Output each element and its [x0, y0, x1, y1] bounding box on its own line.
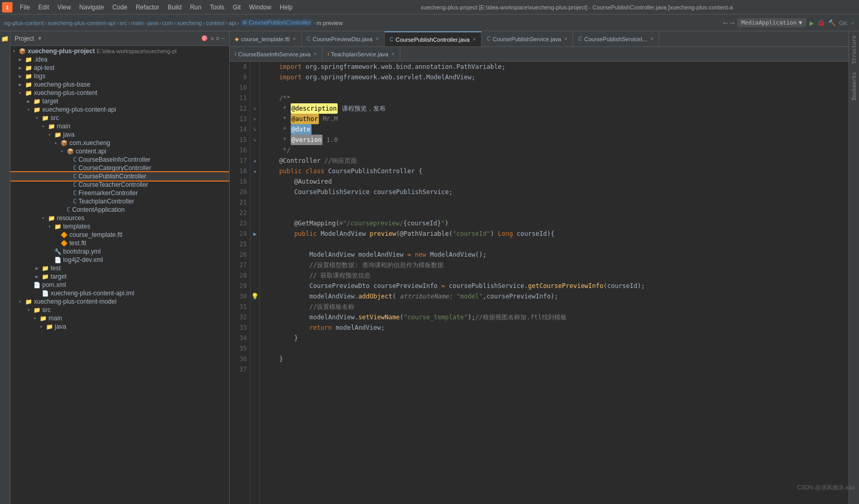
tree-item-target[interactable]: ▶ 📁 target — [10, 97, 229, 105]
menu-edit[interactable]: Edit — [34, 0, 53, 14]
tree-item-course-template-ftl[interactable]: ▶ 🔶 course_template.ftl — [10, 231, 229, 239]
gutter-10 — [250, 82, 259, 93]
vcs-icon[interactable]: ⟵ — [723, 19, 727, 27]
window-title: xuecheng-plus-project [E:\idea-workspace… — [421, 4, 733, 10]
tree-item-pom-xml[interactable]: ▶ 📄 pom.xml — [10, 281, 229, 289]
menu-window[interactable]: Window — [245, 0, 276, 14]
tree-item-content-api-package[interactable]: ▾ 📦 content.api — [10, 147, 229, 155]
tree-item-TeachplanController[interactable]: ▶ C TeachplanController — [10, 197, 229, 206]
code-line-14: * @date — [264, 124, 844, 135]
tab-CoursePublishService[interactable]: C CoursePublishService.java × — [482, 31, 574, 46]
code-content[interactable]: import org.springframework.web.bind.anno… — [260, 62, 849, 504]
tree-item-java[interactable]: ▾ 📁 java — [10, 130, 229, 139]
code-line-25 — [264, 239, 844, 249]
tree-item-idea[interactable]: ▶ 📁 .idea — [10, 55, 229, 64]
tree-item-bootstrap-yml[interactable]: ▶ 🔧 bootstrap.yml — [10, 247, 229, 256]
tab-CoursePreviewDto[interactable]: C CoursePreviewDto.java × — [302, 31, 385, 46]
menu-git[interactable]: Git — [229, 0, 245, 14]
tab-close-servicei[interactable]: × — [650, 36, 653, 42]
code-gutter: ↳ ↳ ↳ ↳ ✦ ✦ ▶ 💡 — [250, 62, 260, 504]
menu-file[interactable]: File — [16, 0, 34, 14]
side-icon-strip: 📁 — [0, 31, 10, 504]
project-icon[interactable]: 📁 — [2, 35, 9, 43]
run-button[interactable]: ▶ — [809, 19, 814, 27]
tab-close-teachplan[interactable]: × — [391, 51, 395, 57]
tree-item-logs[interactable]: ▶ 📁 logs — [10, 72, 229, 80]
tree-item-resources[interactable]: ▾ 📁 resources — [10, 214, 229, 222]
tab-close-baseinfo[interactable]: × — [314, 51, 317, 57]
tree-item-src[interactable]: ▾ 📁 src — [10, 114, 229, 122]
tree-item-templates[interactable]: ▾ 📁 templates — [10, 222, 229, 231]
tree-item-CoursePublishController[interactable]: ▶ C CoursePublishController — [10, 172, 229, 181]
tree-item-package[interactable]: ▾ 📦 com.xuecheng — [10, 139, 229, 147]
structure-label[interactable]: Structure — [850, 33, 858, 66]
tab-label: CoursePublishController.java — [396, 37, 470, 43]
menu-bar: I File Edit View Navigate Code Refactor … — [0, 0, 859, 15]
tree-item-iml[interactable]: ▶ 📄 xuecheng-plus-content-api.iml — [10, 289, 229, 297]
tree-item-target2[interactable]: ▶ 📁 target — [10, 272, 229, 281]
tree-item-model-src[interactable]: ▾ 📁 src — [10, 306, 229, 314]
tree-item-model-java[interactable]: ▾ 📁 java — [10, 322, 229, 331]
panel-dropdown[interactable]: ▼ — [38, 35, 41, 41]
tree-item-CourseTeacherController[interactable]: ▶ C CourseTeacherController — [10, 181, 229, 189]
tree-item-CourseBaseInfoController[interactable]: ▶ C CourseBaseInfoController — [10, 155, 229, 164]
tree-item-root[interactable]: ▾ 📦 xuecheng-plus-project E:\idea-worksp… — [10, 47, 229, 55]
tree-item-api-test[interactable]: ▶ 📁 api-test — [10, 64, 229, 72]
breadcrumb-item: content — [206, 20, 224, 26]
tree-item-content-api[interactable]: ▾ 📁 xuecheng-plus-content-api — [10, 105, 229, 114]
menu-refactor[interactable]: Refactor — [132, 0, 163, 14]
editor-area: ◆ course_template.ftl × C CoursePreviewD… — [230, 31, 849, 504]
code-line-16: */ — [264, 145, 844, 155]
menu-help[interactable]: Help — [276, 0, 297, 14]
tab-CoursePublishController[interactable]: C CoursePublishController.java × — [385, 31, 482, 46]
menu-build[interactable]: Build — [163, 0, 186, 14]
run-configuration[interactable]: MediaApplication ▼ — [737, 18, 807, 27]
sort-icon[interactable]: ⇅ — [210, 35, 214, 42]
tree-item-test-dir[interactable]: ▶ 📁 test — [10, 264, 229, 272]
code-line-10 — [264, 82, 844, 93]
code-line-34: } — [264, 333, 844, 343]
tree-item-FreemarkerController[interactable]: ▶ C FreemarkerController — [10, 189, 229, 197]
right-panel-labels: Structure Bookmarks — [849, 31, 859, 504]
tree-item-base[interactable]: ▶ 📁 xuecheng-plus-base — [10, 80, 229, 89]
gutter-25 — [250, 239, 259, 249]
gutter-33 — [250, 322, 259, 333]
collapse-icon[interactable]: − — [221, 35, 225, 42]
gutter-23 — [250, 218, 259, 229]
tab-label: CourseBaseInfoService.java — [238, 51, 311, 57]
tree-item-log4j2[interactable]: ▶ 📄 log4j2-dev.xml — [10, 256, 229, 264]
menu-run[interactable]: Run — [186, 0, 206, 14]
tree-item-main[interactable]: ▾ 📁 main — [10, 122, 229, 130]
breadcrumb-method: m preview — [316, 20, 342, 26]
code-line-31: //设置模板名称 — [264, 302, 844, 312]
tree-item-test-ftl[interactable]: ▶ 🔶 test.ftl — [10, 239, 229, 247]
tab-label: CoursePublishService.java — [493, 36, 561, 42]
tree-item-ContentApplication[interactable]: ▶ C ContentApplication — [10, 206, 229, 214]
tab-close-service[interactable]: × — [564, 36, 567, 42]
tab-CourseBaseInfoService[interactable]: i CourseBaseInfoService.java × — [230, 47, 323, 61]
build-button[interactable]: 🔨 — [828, 19, 836, 27]
tab-close-ftl[interactable]: × — [293, 36, 296, 42]
tree-item-model-main[interactable]: ▾ 📁 main — [10, 314, 229, 322]
bookmarks-label[interactable]: Bookmarks — [850, 70, 858, 102]
menu-code[interactable]: Code — [108, 0, 132, 14]
locate-icon[interactable]: 🎯 — [201, 35, 208, 42]
tab-TeachplanService[interactable]: i TeachplanService.java × — [323, 47, 400, 61]
code-line-21 — [264, 197, 844, 208]
vcs-icon2[interactable]: ⟶ — [730, 19, 734, 27]
menu-tools[interactable]: Tools — [206, 0, 229, 14]
tab-icon-controller: C — [390, 37, 393, 42]
tree-item-content-model[interactable]: ▾ 📁 xuecheng-plus-content-model — [10, 297, 229, 306]
tab-close-dto[interactable]: × — [376, 36, 379, 42]
tab-course-template-ftl[interactable]: ◆ course_template.ftl × — [230, 31, 302, 46]
menu-view[interactable]: View — [53, 0, 75, 14]
settings-icon[interactable]: ⚙ — [216, 35, 220, 42]
tree-item-content[interactable]: ▾ 📁 xuecheng-plus-content — [10, 89, 229, 97]
tab-CoursePublishServiceI[interactable]: C CoursePublishServiceI... × — [573, 31, 659, 46]
gutter-15: ↳ — [250, 135, 259, 145]
tree-item-CourseCategoryController[interactable]: ▶ C CourseCategoryController — [10, 164, 229, 172]
tab-close-controller[interactable]: × — [473, 37, 476, 42]
menu-navigate[interactable]: Navigate — [75, 0, 108, 14]
tab-label: CoursePreviewDto.java — [313, 36, 373, 42]
debug-button[interactable]: 🐞 — [817, 19, 825, 27]
